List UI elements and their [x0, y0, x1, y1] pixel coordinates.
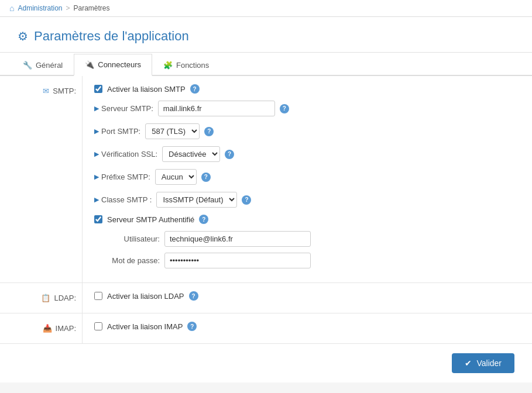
- smtp-port-row: ▶ Port SMTP: 587 (TLS) 25 465 (SSL) 2525…: [94, 123, 520, 139]
- smtp-port-select[interactable]: 587 (TLS) 25 465 (SSL) 2525: [145, 123, 200, 139]
- page-footer: ✔ Valider: [0, 344, 532, 382]
- smtp-password-input[interactable]: [164, 253, 311, 268]
- smtp-class-help-icon[interactable]: ?: [242, 195, 251, 205]
- enable-ldap-label[interactable]: Activer la liaison LDAP: [107, 292, 184, 301]
- smtp-auth-checkbox[interactable]: [94, 215, 102, 223]
- smtp-enable-help-icon[interactable]: ?: [190, 84, 200, 94]
- plug-icon: 🔌: [85, 60, 94, 69]
- smtp-auth-fields: Utilisateur: Mot de passe:: [107, 231, 520, 268]
- smtp-prefix-row: ▶ Préfixe SMTP: Aucun SSL TLS ?: [94, 169, 520, 185]
- smtp-class-label: ▶ Classe SMTP :: [94, 195, 152, 204]
- ldap-icon: 📋: [41, 294, 50, 302]
- ldap-content: Activer la liaison LDAP ?: [82, 283, 532, 313]
- enable-imap-checkbox[interactable]: [94, 322, 102, 330]
- ldap-help-icon[interactable]: ?: [189, 291, 198, 301]
- enable-smtp-label[interactable]: Activer la liaison SMTP: [107, 85, 186, 94]
- smtp-auth-help-icon[interactable]: ?: [199, 215, 208, 224]
- smtp-user-row: Utilisateur:: [107, 231, 520, 247]
- tab-fonctions[interactable]: 🧩 Fonctions: [152, 54, 220, 76]
- ldap-label-col: 📋 LDAP:: [0, 283, 82, 313]
- smtp-icon: ✉: [43, 87, 49, 95]
- tab-connectors-label: Connecteurs: [98, 60, 141, 69]
- page-title: ⚙ Paramètres de l'application: [18, 29, 514, 44]
- smtp-server-input[interactable]: [158, 101, 275, 116]
- validate-button[interactable]: ✔ Valider: [452, 353, 514, 373]
- smtp-user-label: Utilisateur:: [107, 235, 160, 243]
- smtp-class-arrow: ▶: [94, 196, 99, 204]
- smtp-server-arrow: ▶: [94, 105, 99, 112]
- tab-connectors[interactable]: 🔌 Connecteurs: [74, 54, 152, 76]
- checkmark-icon: ✔: [465, 358, 472, 368]
- breadcrumb-current: Paramètres: [74, 4, 110, 12]
- smtp-server-label: ▶ Serveur SMTP:: [94, 104, 153, 113]
- smtp-port-label: ▶ Port SMTP:: [94, 127, 140, 136]
- smtp-server-help-icon[interactable]: ?: [280, 104, 289, 113]
- enable-imap-label[interactable]: Activer la liaison IMAP: [107, 322, 183, 331]
- smtp-auth-section: Serveur SMTP Authentifié ? Utilisateur: …: [94, 215, 520, 268]
- wrench-icon: 🔧: [23, 61, 32, 70]
- tab-fonctions-label: Fonctions: [176, 61, 209, 70]
- ssl-verif-row: ▶ Vérification SSL: Désactivée Activée ?: [94, 146, 520, 162]
- imap-content: Activer la liaison IMAP ?: [82, 313, 532, 343]
- imap-label-col: 📥 IMAP:: [0, 313, 82, 343]
- enable-smtp-checkbox[interactable]: [94, 85, 102, 93]
- smtp-password-row: Mot de passe:: [107, 253, 520, 268]
- smtp-auth-enable-row: Serveur SMTP Authentifié ?: [94, 215, 520, 224]
- ssl-verif-label: ▶ Vérification SSL:: [94, 150, 157, 158]
- breadcrumb: ⌂ Administration > Paramètres: [0, 0, 532, 17]
- smtp-port-arrow: ▶: [94, 127, 99, 135]
- main-content: ✉ SMTP: Activer la liaison SMTP ? ▶ Serv…: [0, 76, 532, 382]
- page-header: ⚙ Paramètres de l'application: [0, 17, 532, 53]
- ssl-arrow: ▶: [94, 150, 99, 158]
- smtp-prefix-label: ▶ Préfixe SMTP:: [94, 173, 150, 181]
- smtp-class-select[interactable]: IssSMTP (Défaut) PHPMailer SwiftMailer: [156, 192, 237, 208]
- enable-smtp-row: Activer la liaison SMTP ?: [94, 84, 520, 94]
- smtp-content: Activer la liaison SMTP ? ▶ Serveur SMTP…: [82, 76, 532, 282]
- enable-imap-row: Activer la liaison IMAP ?: [94, 322, 520, 331]
- smtp-prefix-help-icon[interactable]: ?: [201, 173, 211, 182]
- page-title-text: Paramètres de l'application: [34, 29, 189, 44]
- admin-link[interactable]: Administration: [18, 4, 62, 12]
- tab-general-label: Général: [36, 61, 63, 70]
- smtp-prefix-select[interactable]: Aucun SSL TLS: [155, 169, 197, 185]
- tabs-bar: 🔧 Général 🔌 Connecteurs 🧩 Fonctions: [0, 53, 532, 76]
- ssl-verif-help-icon[interactable]: ?: [225, 150, 234, 159]
- home-icon: ⌂: [9, 4, 14, 13]
- ldap-label: LDAP:: [54, 294, 76, 302]
- imap-section: 📥 IMAP: Activer la liaison IMAP ?: [0, 313, 532, 344]
- smtp-password-label: Mot de passe:: [107, 256, 160, 265]
- smtp-class-row: ▶ Classe SMTP : IssSMTP (Défaut) PHPMail…: [94, 192, 520, 208]
- ldap-section: 📋 LDAP: Activer la liaison LDAP ?: [0, 283, 532, 313]
- enable-ldap-row: Activer la liaison LDAP ?: [94, 291, 520, 301]
- validate-label: Valider: [476, 358, 502, 368]
- smtp-label-col: ✉ SMTP:: [0, 76, 82, 282]
- ssl-verif-select[interactable]: Désactivée Activée: [162, 146, 220, 162]
- tab-general[interactable]: 🔧 Général: [12, 54, 74, 76]
- puzzle-icon: 🧩: [163, 61, 173, 70]
- smtp-server-row: ▶ Serveur SMTP: ?: [94, 101, 520, 116]
- smtp-user-input[interactable]: [164, 231, 311, 247]
- smtp-label: SMTP:: [53, 87, 76, 95]
- smtp-section: ✉ SMTP: Activer la liaison SMTP ? ▶ Serv…: [0, 76, 532, 283]
- breadcrumb-separator: >: [66, 4, 70, 12]
- imap-help-icon[interactable]: ?: [187, 322, 197, 331]
- smtp-auth-label[interactable]: Serveur SMTP Authentifié: [107, 215, 194, 224]
- imap-label: IMAP:: [56, 324, 76, 333]
- smtp-port-help-icon[interactable]: ?: [204, 127, 214, 136]
- enable-ldap-checkbox[interactable]: [94, 292, 102, 300]
- gear-icon: ⚙: [18, 29, 28, 43]
- smtp-prefix-arrow: ▶: [94, 173, 99, 181]
- imap-icon: 📥: [43, 324, 52, 333]
